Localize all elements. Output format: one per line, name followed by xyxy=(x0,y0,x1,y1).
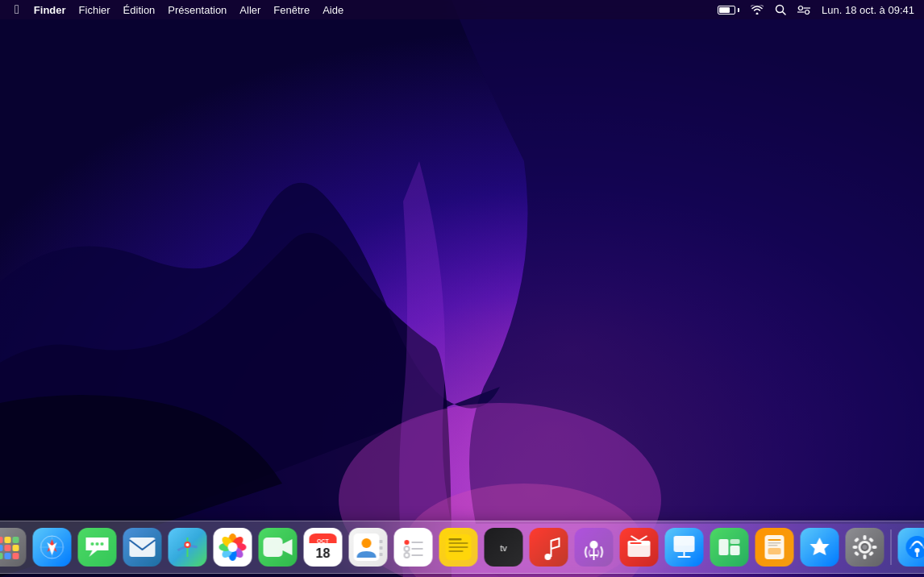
finder-menu[interactable]: Finder xyxy=(27,0,73,19)
wifi-icon xyxy=(751,5,764,15)
dock-item-notes[interactable] xyxy=(438,526,480,568)
dock-item-pages[interactable] xyxy=(754,526,796,568)
dock-item-appletv[interactable]: tv xyxy=(483,526,525,568)
svg-point-75 xyxy=(590,541,598,549)
dock-separator xyxy=(891,529,892,565)
menubar:  Finder Fichier Édition Présentation Al… xyxy=(0,0,924,19)
apple-menu[interactable]:  xyxy=(6,0,27,19)
pages-icon xyxy=(755,528,794,567)
svg-point-103 xyxy=(863,545,868,550)
svg-rect-86 xyxy=(730,546,740,555)
dock-item-maps[interactable] xyxy=(167,526,209,568)
svg-rect-50 xyxy=(264,538,283,557)
svg-rect-91 xyxy=(768,545,778,546)
dock-item-music[interactable] xyxy=(528,526,570,568)
dock-item-news[interactable] xyxy=(618,526,660,568)
svg-rect-90 xyxy=(768,542,781,544)
dock: OCT 18 xyxy=(0,521,924,574)
dock-item-photos[interactable] xyxy=(212,526,254,568)
aide-menu[interactable]: Aide xyxy=(316,0,350,19)
svg-rect-99 xyxy=(868,537,874,542)
dock-item-podcasts[interactable] xyxy=(573,526,615,568)
contacts-icon xyxy=(349,528,388,567)
svg-rect-28 xyxy=(13,553,19,559)
svg-rect-100 xyxy=(854,550,859,556)
mail-icon xyxy=(123,528,162,567)
svg-point-34 xyxy=(91,542,94,546)
svg-point-10 xyxy=(805,10,810,15)
dock-item-calendar[interactable]: OCT 18 xyxy=(302,526,344,568)
svg-rect-82 xyxy=(674,536,695,546)
dock-item-keynote[interactable] xyxy=(664,526,705,568)
svg-point-35 xyxy=(96,542,99,546)
svg-text:18: 18 xyxy=(316,546,331,560)
svg-rect-69 xyxy=(449,542,468,544)
edition-menu[interactable]: Édition xyxy=(117,0,162,19)
svg-rect-80 xyxy=(631,542,642,544)
battery-indicator[interactable] xyxy=(714,0,743,19)
launchpad-icon xyxy=(0,528,27,567)
dock-item-facetime[interactable] xyxy=(257,526,299,568)
svg-rect-21 xyxy=(5,537,11,543)
svg-point-60 xyxy=(362,538,372,548)
svg-rect-25 xyxy=(13,545,19,551)
messages-icon xyxy=(78,528,117,567)
music-icon xyxy=(530,528,568,567)
svg-rect-61 xyxy=(400,533,427,561)
svg-rect-94 xyxy=(864,535,867,540)
numbers-icon xyxy=(710,528,749,567)
control-center-button[interactable] xyxy=(794,0,814,19)
clock[interactable]: Lun. 18 oct. à 09:41 xyxy=(818,0,918,19)
magnifying-glass-icon xyxy=(775,4,786,15)
battery-body xyxy=(718,6,735,15)
maps-icon xyxy=(169,528,207,567)
reminders-icon xyxy=(394,528,433,567)
svg-rect-88 xyxy=(765,535,785,559)
dock-item-launchpad[interactable] xyxy=(0,526,28,568)
podcasts-icon xyxy=(575,528,614,567)
search-button[interactable] xyxy=(772,0,789,19)
svg-point-7 xyxy=(799,6,803,10)
dock-item-appstore[interactable] xyxy=(799,526,841,568)
dock-item-safari[interactable] xyxy=(31,526,73,568)
wifi-indicator[interactable] xyxy=(747,0,767,19)
svg-rect-97 xyxy=(872,546,877,549)
menubar-right: Lun. 18 oct. à 09:41 xyxy=(714,0,918,19)
fichier-menu[interactable]: Fichier xyxy=(73,0,117,19)
battery-fill xyxy=(719,7,730,13)
dock-item-messages[interactable] xyxy=(77,526,119,568)
svg-rect-89 xyxy=(768,539,781,541)
dock-item-mail[interactable] xyxy=(122,526,164,568)
notes-icon xyxy=(439,528,478,567)
safari-icon xyxy=(33,528,72,567)
svg-rect-71 xyxy=(449,550,464,552)
appletv-icon: tv xyxy=(485,528,523,567)
svg-rect-27 xyxy=(5,553,11,559)
menubar-left:  Finder Fichier Édition Présentation Al… xyxy=(6,0,714,19)
dock-item-airdrop[interactable] xyxy=(897,526,925,568)
svg-rect-58 xyxy=(380,546,383,550)
dock-item-reminders[interactable] xyxy=(393,526,435,568)
svg-rect-92 xyxy=(768,548,781,554)
svg-point-36 xyxy=(101,542,104,546)
svg-rect-95 xyxy=(864,554,867,559)
svg-rect-23 xyxy=(0,545,3,551)
svg-rect-57 xyxy=(380,540,383,543)
calendar-icon: OCT 18 xyxy=(304,528,343,567)
aller-menu[interactable]: Aller xyxy=(233,0,267,19)
dock-item-numbers[interactable] xyxy=(709,526,751,568)
svg-rect-26 xyxy=(0,553,3,559)
svg-line-6 xyxy=(783,12,786,15)
photos-icon xyxy=(214,528,252,567)
systemprefs-icon xyxy=(846,528,884,567)
svg-rect-98 xyxy=(854,537,859,542)
dock-item-systemprefs[interactable] xyxy=(844,526,886,568)
news-icon xyxy=(620,528,659,567)
svg-rect-59 xyxy=(380,553,383,556)
presentation-menu[interactable]: Présentation xyxy=(161,0,233,19)
svg-rect-96 xyxy=(853,546,858,549)
svg-rect-70 xyxy=(449,546,468,548)
svg-rect-72 xyxy=(449,538,462,541)
fenetre-menu[interactable]: Fenêtre xyxy=(267,0,316,19)
dock-item-contacts[interactable] xyxy=(348,526,389,568)
